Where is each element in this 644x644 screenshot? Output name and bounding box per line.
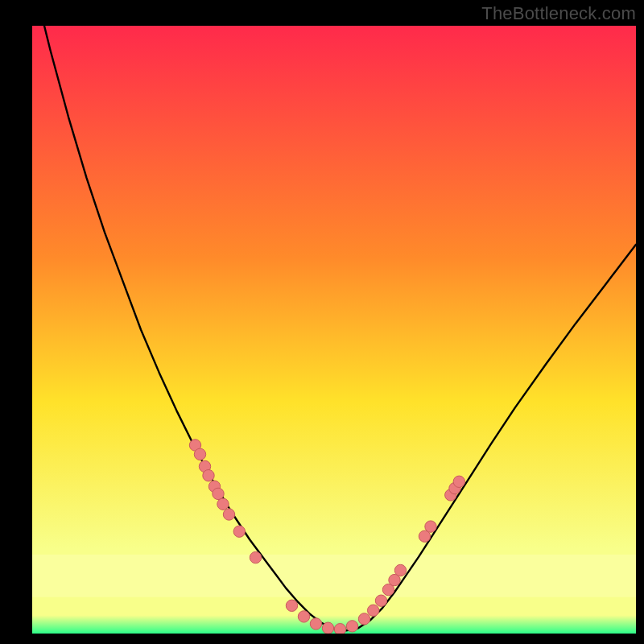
data-point — [394, 564, 406, 576]
data-point — [425, 521, 436, 532]
data-point — [213, 488, 224, 499]
data-point — [286, 600, 297, 611]
watermark-text: TheBottleneck.com — [481, 3, 636, 24]
data-point — [453, 476, 464, 487]
data-point — [358, 613, 369, 625]
data-point — [346, 621, 357, 632]
data-point — [322, 622, 333, 634]
data-point — [368, 605, 379, 616]
data-point — [250, 551, 261, 563]
chart-stage: TheBottleneck.com — [0, 0, 644, 644]
data-point — [310, 618, 321, 630]
svg-rect-0 — [32, 26, 636, 634]
data-point — [375, 595, 386, 606]
data-point — [223, 509, 234, 520]
chart-svg — [32, 26, 636, 634]
data-point — [334, 624, 345, 634]
data-point — [194, 448, 205, 460]
plot-area — [32, 26, 636, 634]
data-point — [217, 498, 229, 510]
data-point — [298, 611, 309, 622]
data-point — [203, 470, 214, 481]
svg-rect-1 — [32, 555, 636, 597]
data-point — [233, 526, 245, 537]
